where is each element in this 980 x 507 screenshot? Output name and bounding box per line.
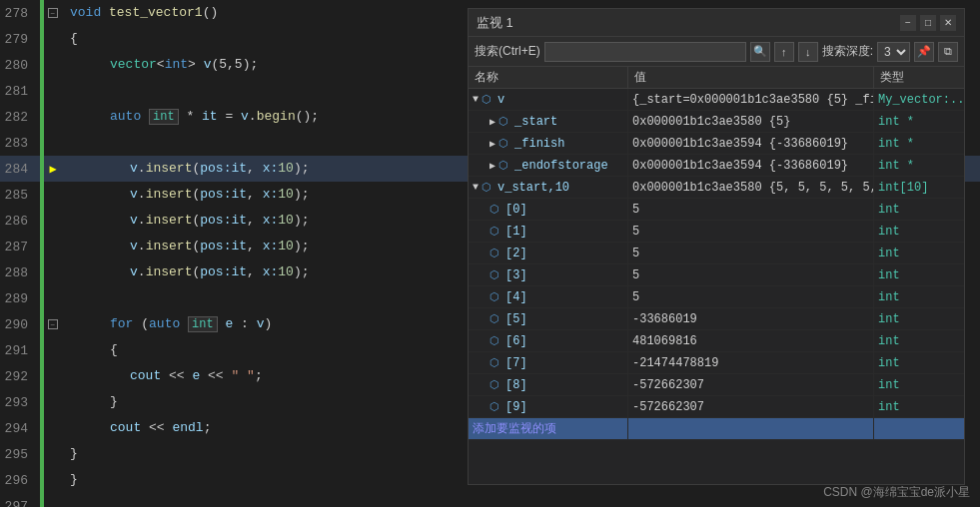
expand-icon[interactable]: ▶: [490, 116, 495, 128]
cube-icon: ⬡: [490, 356, 499, 369]
watch-row-value: -33686019: [628, 308, 874, 329]
watch-row[interactable]: ⬡ [9]-572662307int: [469, 396, 964, 418]
up-arrow-btn[interactable]: ↑: [774, 42, 794, 62]
watch-row-type: [874, 418, 964, 439]
token-punct: <<: [141, 420, 172, 435]
restore-button[interactable]: □: [920, 15, 936, 31]
watch-row[interactable]: ▼ ⬡ v{_start=0x000001b1c3ae3580 {5} _fin…: [469, 89, 964, 111]
watch-row-type: int *: [874, 111, 964, 132]
watch-row-name: ⬡ [6]: [469, 330, 628, 351]
expand-icon[interactable]: ▶: [490, 160, 495, 172]
token-param-label: pos:: [200, 161, 231, 176]
token-punct: }: [70, 446, 78, 461]
token-kw: auto: [149, 316, 188, 331]
token-fn: insert: [146, 264, 193, 279]
token-punct: );: [294, 239, 310, 254]
row-name-text: [8]: [505, 378, 527, 392]
watch-row[interactable]: ⬡ [3]5int: [469, 264, 964, 286]
line-number: 283: [0, 136, 40, 151]
watch-row-type: int: [874, 243, 964, 263]
line-number: 293: [0, 395, 40, 410]
add-watch-text: 添加要监视的项: [473, 420, 556, 437]
watch-row[interactable]: ⬡ [7]-21474478819int: [469, 352, 964, 374]
token-punct: .: [138, 239, 146, 254]
pin-icon-btn[interactable]: 📌: [914, 42, 934, 62]
row-name-text: _start: [514, 115, 557, 129]
watch-row[interactable]: ▶ ⬡ _finish0x000001b1c3ae3594 {-33686019…: [469, 133, 964, 155]
token-param-label: x:: [263, 264, 279, 279]
token-str: " ": [231, 368, 254, 383]
token-punct: (: [141, 316, 149, 331]
code-content: [62, 78, 70, 104]
watch-row[interactable]: ⬡ [4]5int: [469, 286, 964, 308]
down-arrow-btn[interactable]: ↓: [798, 42, 818, 62]
line-number: 286: [0, 214, 40, 229]
watch-row-value: 0x000001b1c3ae3580 {5, 5, 5, 5, 5, -3368…: [628, 177, 874, 198]
cube-icon: ⬡: [490, 400, 499, 413]
token-punct: =: [218, 109, 241, 124]
token-var: cout: [130, 368, 161, 383]
watch-row-value: {_start=0x000001b1c3ae3580 {5} _finish=0…: [628, 89, 874, 110]
watch-row[interactable]: ⬡ [0]5int: [469, 199, 964, 221]
code-content: {: [62, 337, 118, 363]
cube-icon: ⬡: [482, 93, 491, 106]
watch-row-value: 5: [628, 199, 874, 220]
depth-select[interactable]: 3 1 2 5: [877, 42, 910, 62]
search-input[interactable]: [544, 42, 746, 62]
token-punct: }: [70, 472, 78, 487]
code-content: [62, 130, 70, 156]
row-name-text: [7]: [505, 356, 527, 370]
code-content: cout << endl;: [62, 415, 211, 441]
cube-icon: ⬡: [490, 268, 499, 281]
watch-row-type: int: [874, 330, 964, 351]
watch-row[interactable]: 添加要监视的项: [469, 418, 964, 440]
fold-icon[interactable]: −: [48, 8, 58, 18]
watch-row[interactable]: ⬡ [8]-572662307int: [469, 374, 964, 396]
code-content: }: [62, 389, 118, 415]
cube-icon: ⬡: [482, 181, 491, 194]
token-punct: (): [203, 5, 219, 20]
close-button[interactable]: ✕: [940, 15, 956, 31]
expand-icon[interactable]: ▼: [473, 182, 479, 193]
watch-row[interactable]: ▶ ⬡ _start0x000001b1c3ae3580 {5}int *: [469, 111, 964, 133]
row-name-text: [2]: [505, 247, 527, 260]
watch-row[interactable]: ⬡ [1]5int: [469, 221, 964, 243]
token-punct: );: [294, 161, 310, 176]
cube-icon: ⬡: [498, 115, 508, 128]
watch-row[interactable]: ▼ ⬡ v_start,100x000001b1c3ae3580 {5, 5, …: [469, 177, 964, 199]
token-punct: <<: [161, 368, 192, 383]
code-content: v.insert(pos:it, x:10);: [62, 259, 310, 285]
line-number: 282: [0, 110, 40, 125]
code-content: void test_vector1(): [62, 0, 218, 26]
token-fn: insert: [146, 161, 193, 176]
expand-icon[interactable]: ▶: [490, 138, 495, 150]
watch-table[interactable]: 名称 值 类型 ▼ ⬡ v{_start=0x000001b1c3ae3580 …: [469, 67, 964, 484]
token-kw: for: [110, 316, 141, 331]
row-name-text: [6]: [505, 334, 527, 348]
token-punct: (5,5);: [211, 57, 258, 72]
expand-icon[interactable]: ▼: [473, 94, 479, 105]
watch-row-name: ⬡ [8]: [469, 374, 628, 395]
minimize-button[interactable]: −: [900, 15, 916, 31]
cube-icon: ⬡: [498, 137, 508, 150]
search-icon-btn[interactable]: 🔍: [750, 42, 770, 62]
line-number: 291: [0, 343, 40, 358]
watch-row-name: ▼ ⬡ v: [469, 89, 628, 110]
green-bar: [40, 337, 44, 363]
code-content: v.insert(pos:it, x:10);: [62, 234, 310, 259]
watch-row-value: -21474478819: [628, 352, 874, 373]
copy-icon-btn[interactable]: ⧉: [938, 42, 958, 62]
green-bar: [40, 467, 44, 493]
token-num: 10: [278, 239, 294, 254]
code-content: for (auto int e : v): [62, 311, 272, 337]
watch-row[interactable]: ⬡ [2]5int: [469, 243, 964, 264]
col-header-type: 类型: [874, 67, 964, 88]
watch-row[interactable]: ▶ ⬡ _endofstorage0x000001b1c3ae3594 {-33…: [469, 155, 964, 177]
fold-icon[interactable]: −: [48, 319, 58, 329]
token-num: 10: [278, 187, 294, 202]
green-bar: [40, 441, 44, 467]
row-name-text: _endofstorage: [514, 159, 608, 173]
token-punct: ,: [247, 239, 263, 254]
watch-row[interactable]: ⬡ [5]-33686019int: [469, 308, 964, 330]
watch-row[interactable]: ⬡ [6]481069816int: [469, 330, 964, 352]
